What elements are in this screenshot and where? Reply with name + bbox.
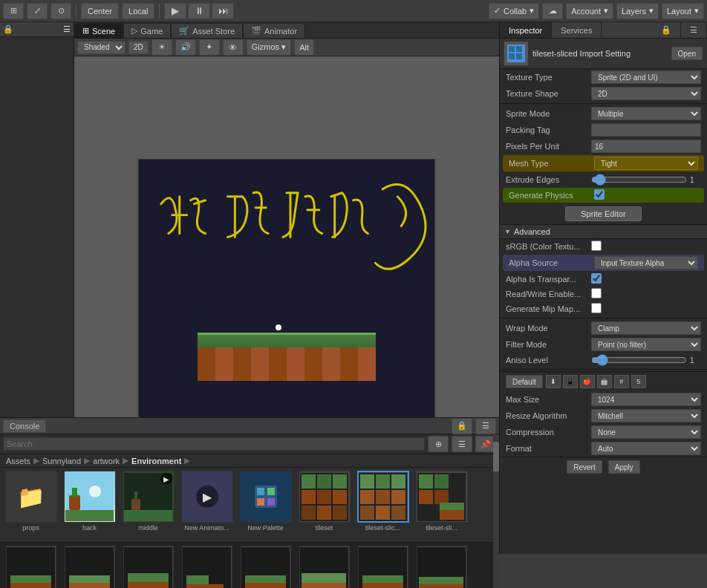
download-icon-btn[interactable]: ⬇ [546,375,561,388]
compression-select[interactable]: None [591,425,701,439]
asset-item-props[interactable]: 📁 props [3,471,59,539]
tab-services[interactable]: Services [552,22,602,38]
tileset-strip-item-8[interactable]: tileset-sli... [414,546,469,588]
effects-icon-btn[interactable]: ✦ [199,39,220,56]
default-button[interactable]: Default [506,375,543,388]
pixels-per-unit-input[interactable] [591,140,701,153]
web-icon-btn[interactable]: 5 [631,375,646,388]
alpha-transparent-checkbox[interactable] [591,273,602,284]
asset-item-tileset-sliced[interactable]: tileset-slic... [355,471,411,539]
search-input[interactable] [3,437,425,451]
asset-item-tileset[interactable]: tileset [296,471,352,539]
alt-button[interactable]: Alt [294,39,314,56]
tileset-strip-item-2[interactable]: tileset-sli... [62,546,117,588]
console-lock-icon[interactable]: 🔒 [452,418,472,434]
asset-item-back[interactable]: back [62,471,117,539]
account-button[interactable]: Account ▾ [566,3,613,19]
tab-asset-store[interactable]: 🛒 Asset Store [171,23,243,38]
play-button[interactable]: ▶ [164,3,186,19]
search-filter-icon[interactable]: ⊕ [428,436,449,452]
grid-icon-btn[interactable]: ⊞ [3,3,24,19]
read-write-checkbox[interactable] [591,288,602,298]
audio-icon-btn[interactable]: 🔊 [175,39,196,56]
tab-scene[interactable]: ⊞ Scene [74,23,123,38]
texture-shape-select[interactable]: 2D [591,87,701,100]
collab-button[interactable]: ✓ Collab ▾ [489,3,539,19]
aniso-level-slider[interactable] [591,356,687,365]
mobile-icon-btn[interactable]: 📱 [563,375,578,388]
advanced-section-header[interactable]: ▼ Advanced [500,224,707,239]
shading-select[interactable]: Shaded [77,41,126,54]
svg-rect-4 [516,53,522,59]
svg-point-9 [89,486,101,497]
folder-icon: 📁 [17,484,45,510]
android-icon-btn[interactable]: 🤖 [597,375,612,388]
svg-rect-57 [186,575,209,584]
2d-toggle[interactable]: 2D [128,41,149,54]
tab-inspector[interactable]: Inspector [500,22,552,38]
mesh-type-select[interactable]: Tight [594,157,698,170]
tileset-strip-item-1[interactable]: tileset-sli... [3,546,59,588]
resize-algo-select[interactable]: Mitchell [591,409,701,422]
asset-item-new-animator[interactable]: ▶ New Animato... [179,471,235,539]
breadcrumb-assets[interactable]: Assets [6,457,30,466]
menu-icon[interactable]: ☰ [63,24,71,34]
inspector-menu-btn[interactable]: ☰ [681,22,707,38]
layout-button[interactable]: Layout ▾ [662,3,704,19]
lock-inspector-btn[interactable]: 🔒 [652,22,681,38]
pivot-icon-btn[interactable]: ⊙ [50,3,71,19]
tileset-strip-item-4[interactable]: tileset-sli... [179,546,235,588]
tileset-strip-item-3[interactable]: tileset-sli... [120,546,176,588]
format-select[interactable]: Auto [591,442,701,455]
svg-rect-36 [391,490,405,504]
wrap-mode-row: Wrap Mode Clamp [500,320,707,336]
pause-button[interactable]: ⏸ [188,3,210,19]
search-options-icon[interactable]: ☰ [452,436,472,452]
generate-mip-checkbox[interactable] [591,303,602,313]
cloud-button[interactable]: ☁ [542,3,563,19]
wrap-mode-select[interactable]: Clamp [591,321,701,335]
extrude-edges-slider[interactable] [591,175,687,184]
breadcrumb-environment[interactable]: Environment [131,457,181,466]
sprite-editor-button[interactable]: Sprite Editor [565,206,642,221]
layers-button[interactable]: Layers ▾ [616,3,659,19]
breadcrumb-sunnyland[interactable]: Sunnyland [42,457,81,466]
asset-item-middle[interactable]: ▶ middle [120,471,176,539]
tileset-strip-item-5[interactable]: tileset-sli... [238,546,293,588]
format-value: Auto [591,442,701,455]
scroll-thumb[interactable] [493,442,499,471]
windows-icon-btn[interactable]: # [614,375,629,388]
tab-game[interactable]: ▷ Game [123,23,171,38]
texture-type-select[interactable]: Sprite (2D and UI) [591,71,701,84]
tileset-strip-item-6[interactable]: tileset-sli... [296,546,352,588]
generate-physics-checkbox[interactable] [594,189,605,200]
asset-item-new-palette[interactable]: New Palette [238,471,293,539]
account-label: Account [571,7,601,16]
apply-button[interactable]: Apply [608,460,640,474]
sprite-mode-select[interactable]: Multiple [591,107,701,120]
tab-console[interactable]: Console [3,419,46,433]
light-icon-btn[interactable]: ☀ [152,39,172,56]
open-button[interactable]: Open [671,47,703,60]
revert-button[interactable]: Revert [567,460,602,474]
tablet-icon-btn[interactable]: 🍎 [580,375,595,388]
alpha-source-select[interactable]: Input Texture Alpha [594,256,698,270]
console-menu-icon[interactable]: ☰ [475,418,496,434]
step-button[interactable]: ⏭ [212,3,234,19]
filter-mode-select[interactable]: Point (no filter) [591,338,701,351]
scroll-handle[interactable] [493,434,499,588]
gizmos-button[interactable]: Gizmos ▾ [247,39,291,56]
breadcrumb-artwork[interactable]: artwork [93,457,120,466]
svg-rect-52 [69,583,110,589]
packing-tag-input[interactable] [591,123,701,137]
asset-item-tileset-sli2[interactable]: tileset-sli... [414,471,469,539]
local-button[interactable]: Local [122,3,154,19]
hidden-icon-btn[interactable]: 👁 [223,39,244,56]
srgb-checkbox[interactable] [591,241,602,251]
svg-rect-42 [434,474,449,489]
max-size-select[interactable]: 1024 [591,393,701,406]
tileset-strip-item-7[interactable]: tileset-sli... [355,546,411,588]
tab-animator[interactable]: 🎬 Animator [243,23,305,38]
transform-icon-btn[interactable]: ⤢ [27,3,48,19]
center-button[interactable]: Center [81,3,119,19]
